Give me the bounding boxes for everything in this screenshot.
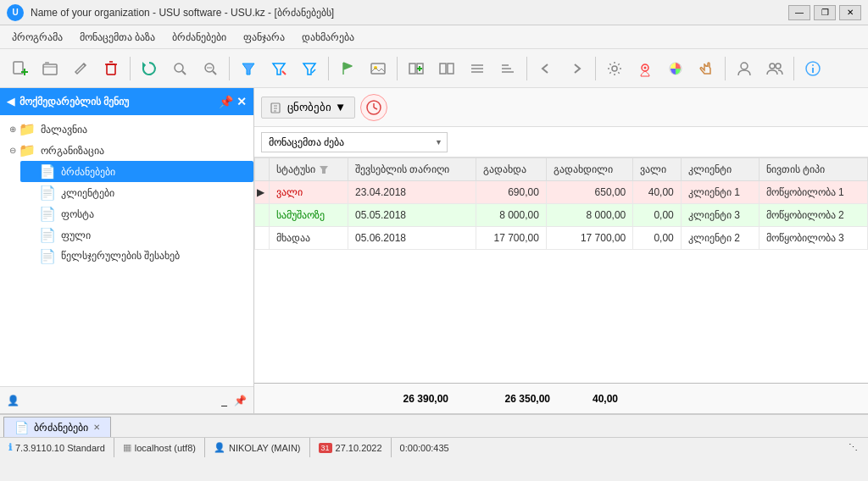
col-paid[interactable]: გადახდილი	[546, 158, 632, 181]
main-layout: ◀ მოქმედარებლის მენიუ 📌 ✕ ⊕ 📁 მალავნია ⊖…	[0, 88, 868, 413]
tree-item-posta[interactable]: 📄 ფოსტა	[20, 203, 253, 224]
svg-marker-17	[303, 64, 315, 75]
sidebar-pin-icon[interactable]: 📌	[219, 95, 233, 108]
status-cal-icon: 31	[319, 443, 332, 453]
row-paid-1: 8 000,00	[546, 204, 632, 227]
sidebar-expand-icon[interactable]: ◀	[7, 96, 14, 108]
table-row[interactable]: ▶ ვალი 23.04.2018 690,00 650,00 40,00 კლ…	[255, 181, 868, 204]
folder-icon-malavnia: 📁	[19, 121, 36, 137]
group-users-button[interactable]	[760, 54, 789, 83]
add-col-button[interactable]	[402, 54, 431, 83]
filter-select[interactable]: მონაცემთა ძება	[261, 132, 448, 152]
col-debt[interactable]: ვალი	[633, 158, 682, 181]
status-db-segment: ▦ localhost (utf8)	[114, 438, 205, 457]
status-user-segment: 👤 NIKOLAY (MAIN)	[205, 438, 310, 457]
settings-button[interactable]	[600, 54, 629, 83]
status-time: 0:00:00:435	[400, 443, 449, 453]
sidebar-pin2-icon[interactable]: 📌	[234, 395, 247, 406]
hand-button[interactable]	[692, 54, 721, 83]
minimize-button[interactable]: —	[788, 5, 810, 20]
open-button[interactable]	[36, 54, 64, 83]
sidebar-min-icon[interactable]: _	[221, 395, 227, 406]
tab-close-brdzanebebi[interactable]: ✕	[93, 423, 100, 432]
toolbar-sep-1	[130, 57, 131, 80]
forward-button[interactable]	[562, 54, 591, 83]
menu-item-dakhmareba[interactable]: დახმარება	[293, 28, 363, 47]
tree-expand-org[interactable]: ⊖	[7, 145, 19, 157]
status-version: 7.3.9110.10 Standard	[15, 443, 105, 453]
table-container: სტატუსი შევსებლის თარიღი გადახდა გადახდი…	[254, 158, 868, 383]
info-button[interactable]	[798, 54, 827, 83]
menu-item-programa[interactable]: პროგრამა	[3, 28, 71, 47]
map-button[interactable]	[631, 54, 659, 83]
tree-item-puli[interactable]: 📄 ფული	[20, 224, 253, 246]
status-db-icon: ▦	[123, 442, 131, 453]
tab-brdzanebebi[interactable]: 📄 ბრძანებები ✕	[3, 417, 111, 437]
row-client-1: კლიენტი 3	[681, 204, 759, 227]
toolbar-sep-2	[229, 57, 230, 80]
image-button[interactable]	[364, 54, 392, 83]
sidebar-close-icon[interactable]: ✕	[236, 95, 247, 108]
menu-item-brdzanebebi[interactable]: ბრძანებები	[164, 28, 235, 47]
row-debt-0: 40,00	[633, 181, 682, 204]
restore-button[interactable]: ❐	[814, 5, 836, 20]
tree-expand-malavnia[interactable]: ⊕	[7, 124, 19, 135]
col-settings-button[interactable]	[432, 54, 461, 83]
col-client[interactable]: კლიენტი	[681, 158, 759, 181]
close-button[interactable]: ✕	[839, 5, 861, 20]
status-filter-icon[interactable]	[319, 164, 329, 174]
svg-line-10	[182, 71, 186, 75]
svg-rect-5	[107, 64, 115, 75]
menu-item-pandjara[interactable]: ფანჯარა	[235, 28, 293, 47]
color-button[interactable]	[661, 54, 690, 83]
filter2-button[interactable]	[264, 54, 293, 83]
back-button[interactable]	[531, 54, 560, 83]
user-button[interactable]	[730, 54, 759, 83]
app-icon: U	[7, 4, 24, 21]
search-button[interactable]	[165, 54, 194, 83]
table-row[interactable]: სამუშაოზე 05.05.2018 8 000,00 8 000,00 0…	[255, 204, 868, 227]
col-payment[interactable]: გადახდა	[476, 158, 547, 181]
edit-button[interactable]	[66, 54, 95, 83]
toolbar-sep-8	[793, 57, 794, 80]
svg-line-49	[374, 108, 377, 109]
totals-bar: 26 390,00 26 350,00 40,00	[254, 383, 868, 413]
tree-item-brdzanebebi[interactable]: 📄 ბრძანებები	[20, 161, 253, 182]
refresh-button[interactable]	[135, 54, 164, 83]
sidebar-title: მოქმედარებლის მენიუ	[19, 96, 129, 108]
tree-expand-kliantebi	[27, 187, 39, 199]
col-type[interactable]: ნივთის ტიპი	[759, 158, 867, 181]
svg-line-18	[312, 69, 315, 73]
col-status[interactable]: სტატუსი	[270, 158, 348, 181]
row-indicator-0: ▶	[255, 181, 270, 204]
refresh-dropdown-icon[interactable]: ▼	[335, 101, 346, 113]
filter-button[interactable]	[234, 54, 263, 83]
filter-row: მონაცემთა ძება	[254, 127, 868, 158]
status-info-icon: ℹ	[8, 442, 12, 453]
flag-button[interactable]	[333, 54, 362, 83]
new-button[interactable]	[5, 54, 34, 83]
delete-button[interactable]	[97, 54, 125, 83]
menu-bar: პროგრამა მონაცემთა ბაზა ბრძანებები ფანჯა…	[0, 25, 868, 49]
col-date[interactable]: შევსებლის თარიღი	[348, 158, 476, 181]
svg-marker-50	[320, 166, 328, 174]
tree-item-tselsjer[interactable]: 📄 წელსჯერულების შესახებ	[20, 246, 253, 267]
table-row[interactable]: მხადაა 05.06.2018 17 700,00 17 700,00 0,…	[255, 227, 868, 250]
tree-item-malavnia[interactable]: ⊕ 📁 მალავნია	[0, 119, 253, 140]
filter3-button[interactable]	[295, 54, 324, 83]
tree-item-kliantebi[interactable]: 📄 კლიენტები	[20, 182, 253, 203]
refresh-records-button[interactable]: ცნობები ▼	[261, 97, 355, 119]
sort-button[interactable]	[493, 54, 522, 83]
search2-button[interactable]	[196, 54, 225, 83]
tree-item-organizatsia[interactable]: ⊖ 📁 ორგანიზაცია	[0, 140, 253, 161]
window-controls: — ❐ ✕	[788, 5, 861, 20]
svg-line-12	[213, 71, 216, 75]
row-debt-2: 0,00	[633, 227, 682, 250]
status-resize-icon: ⋱	[849, 442, 863, 453]
folder-icon-org: 📁	[19, 142, 36, 158]
clock-button[interactable]	[360, 94, 387, 121]
menu-item-monatsemta[interactable]: მონაცემთა ბაზა	[71, 28, 164, 47]
row-paid-2: 17 700,00	[546, 227, 632, 250]
svg-rect-21	[409, 64, 415, 74]
group-button[interactable]	[463, 54, 492, 83]
